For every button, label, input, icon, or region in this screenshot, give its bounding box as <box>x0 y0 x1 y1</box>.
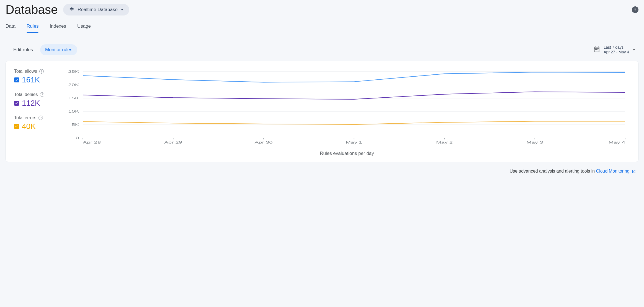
legend-errors-label: Total errors <box>14 115 36 120</box>
rules-subtabs: Edit rules Monitor rules <box>8 44 77 55</box>
info-icon[interactable]: ? <box>39 69 44 74</box>
line-chart: 05K10K15K20K25KApr 28Apr 29Apr 30May 1Ma… <box>64 69 630 146</box>
info-icon[interactable]: ? <box>40 92 44 97</box>
main-tabs: Data Rules Indexes Usage <box>6 21 638 33</box>
svg-text:May 4: May 4 <box>609 141 625 144</box>
svg-text:0: 0 <box>76 136 79 140</box>
legend-item-denies: Total denies ? 112K <box>14 92 56 108</box>
legend-allows-label: Total allows <box>14 69 37 74</box>
svg-text:20K: 20K <box>68 83 79 87</box>
svg-text:15K: 15K <box>68 96 79 100</box>
chevron-down-icon: ▼ <box>632 48 636 52</box>
info-icon[interactable]: ? <box>38 116 43 120</box>
chart-x-label: Rules evaluations per day <box>64 151 630 156</box>
date-range-label: Last 7 days <box>604 45 629 50</box>
external-link-icon <box>631 169 636 173</box>
calendar-icon <box>593 46 600 54</box>
legend-item-errors: Total errors ? 40K <box>14 115 56 131</box>
tab-data[interactable]: Data <box>6 21 16 33</box>
chart-card: Total allows ? 161K Total denies ? 112K … <box>6 61 638 162</box>
chart-legend: Total allows ? 161K Total denies ? 112K … <box>14 69 56 156</box>
date-range-value: Apr 27 - May 4 <box>604 50 629 55</box>
footer-note: Use advanced analysis and alerting tools… <box>6 169 638 174</box>
svg-text:Apr 29: Apr 29 <box>164 141 182 144</box>
realtime-database-icon <box>69 6 75 13</box>
cloud-monitoring-link[interactable]: Cloud Monitoring <box>596 169 630 173</box>
database-selector-label: Realtime Database <box>78 7 118 12</box>
svg-text:25K: 25K <box>68 70 79 74</box>
legend-denies-label: Total denies <box>14 92 38 97</box>
legend-denies-value: 112K <box>22 99 40 108</box>
tab-indexes[interactable]: Indexes <box>50 21 66 33</box>
svg-text:Apr 28: Apr 28 <box>83 141 101 144</box>
legend-item-allows: Total allows ? 161K <box>14 69 56 84</box>
legend-errors-checkbox[interactable] <box>14 124 19 129</box>
chart-area: 05K10K15K20K25KApr 28Apr 29Apr 30May 1Ma… <box>64 69 630 156</box>
chevron-down-icon: ▼ <box>120 8 124 12</box>
svg-text:5K: 5K <box>71 123 79 127</box>
svg-text:May 1: May 1 <box>346 141 362 144</box>
svg-text:May 2: May 2 <box>436 141 453 144</box>
database-selector[interactable]: Realtime Database ▼ <box>63 4 129 15</box>
date-range-selector[interactable]: Last 7 days Apr 27 - May 4 ▼ <box>593 45 636 55</box>
subtab-monitor-rules[interactable]: Monitor rules <box>40 44 77 55</box>
tab-rules[interactable]: Rules <box>27 21 38 33</box>
svg-text:Apr 30: Apr 30 <box>254 141 272 144</box>
svg-text:10K: 10K <box>68 110 79 113</box>
help-icon[interactable]: ? <box>632 6 638 13</box>
legend-allows-value: 161K <box>22 76 40 84</box>
footer-prefix: Use advanced analysis and alerting tools… <box>509 169 596 173</box>
legend-allows-checkbox[interactable] <box>14 77 19 82</box>
tab-usage[interactable]: Usage <box>77 21 91 33</box>
legend-denies-checkbox[interactable] <box>14 101 19 106</box>
legend-errors-value: 40K <box>22 122 36 131</box>
subtab-edit-rules[interactable]: Edit rules <box>8 44 38 55</box>
svg-text:May 3: May 3 <box>526 141 543 144</box>
page-title: Database <box>6 3 58 17</box>
